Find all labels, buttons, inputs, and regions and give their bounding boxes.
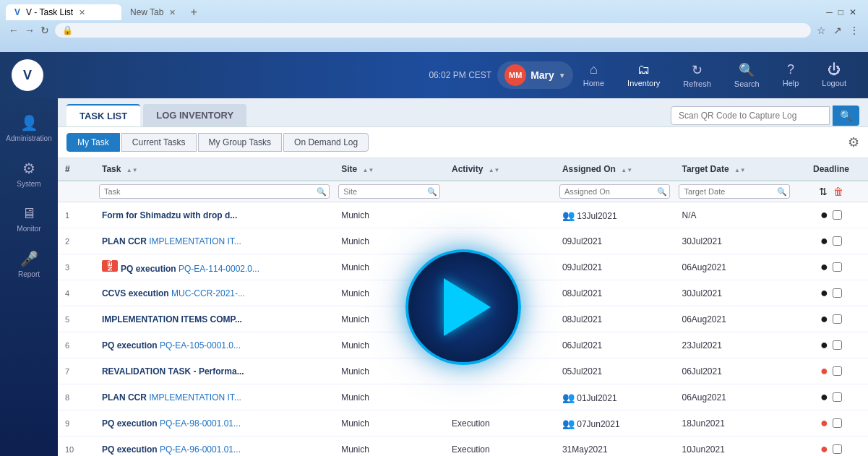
task-link[interactable]: IMPLEMENTATION ITEMS COMP... xyxy=(102,314,242,324)
cell-deadline: ● xyxy=(794,384,868,410)
logout-nav-item[interactable]: ⏻ Logout xyxy=(812,58,856,93)
filter-task-input[interactable] xyxy=(99,184,330,199)
sidebar-report-label: Report xyxy=(18,270,40,278)
task-link[interactable]: CCVS execution MUC-CCR-2021-... xyxy=(102,288,245,298)
row-checkbox[interactable] xyxy=(833,418,842,428)
cell-task[interactable]: PQ execution PQ-EA-105-0001.0... xyxy=(95,332,334,358)
row-checkbox[interactable] xyxy=(833,340,842,350)
refresh-button[interactable]: ↻ xyxy=(40,25,49,36)
cell-task[interactable]: CCVS execution MUC-CCR-2021-... xyxy=(95,280,334,306)
user-menu[interactable]: MM Mary ▼ xyxy=(497,61,573,89)
row-checkbox[interactable] xyxy=(833,392,842,402)
cell-deadline: ● xyxy=(794,436,868,456)
cell-task[interactable]: REVALIDATION TASK - Performa... xyxy=(95,358,334,384)
task-list-tab[interactable]: TASK LIST xyxy=(66,104,140,126)
filter-delete-icon[interactable]: 🗑 xyxy=(833,186,843,197)
task-link[interactable]: PLAN CCR IMPLEMENTATION IT... xyxy=(102,392,241,403)
row-checkbox[interactable] xyxy=(833,210,842,220)
table-settings-button[interactable]: ⚙ xyxy=(848,134,859,150)
bookmark-icon[interactable]: ☆ xyxy=(817,25,826,36)
cell-deadline: ● xyxy=(794,332,868,358)
cell-task[interactable]: NEWPQ execution PQ-EA-114-0002.0... xyxy=(95,254,334,280)
qr-search-button[interactable]: 🔍 xyxy=(833,106,859,126)
inventory-nav-item[interactable]: 🗂 Inventory xyxy=(617,58,670,93)
menu-icon[interactable]: ⋮ xyxy=(849,25,859,36)
on-demand-log-tab[interactable]: On Demand Log xyxy=(283,133,369,152)
active-browser-tab[interactable]: V V - Task List ✕ xyxy=(6,4,121,20)
filter-assigned-input[interactable] xyxy=(559,184,671,199)
main-content: 👤 Administration ⚙ System 🖥 Monitor 🎤 Re… xyxy=(0,98,868,456)
sidebar-item-system[interactable]: ⚙ System xyxy=(4,152,54,195)
task-link[interactable]: PQ execution PQ-EA-114-0002.0... xyxy=(121,264,259,274)
deadline-dot: ● xyxy=(820,207,828,223)
cell-site: Munich xyxy=(334,358,444,384)
cell-target-date: 10Jun2021 xyxy=(674,436,794,457)
filter-target-search-icon: 🔍 xyxy=(777,187,787,197)
cell-task[interactable]: PQ execution PQ-EA-98-0001.01... xyxy=(95,410,334,436)
task-rest-part: PQ-EA-105-0001.0... xyxy=(158,340,241,350)
inactive-browser-tab[interactable]: New Tab ✕ xyxy=(121,4,184,20)
cell-target-date: 30Jul2021 xyxy=(674,280,794,306)
cell-assigned-on: 👥 01Jul2021 xyxy=(555,384,675,410)
tab-close-button[interactable]: ✕ xyxy=(79,8,85,17)
cell-task[interactable]: PLAN CCR IMPLEMENTATION IT... xyxy=(95,228,334,254)
task-link[interactable]: PQ execution PQ-EA-98-0001.01... xyxy=(102,418,241,429)
row-checkbox[interactable] xyxy=(833,288,842,298)
row-checkbox[interactable] xyxy=(833,444,842,454)
back-button[interactable]: ← xyxy=(9,25,19,36)
col-deadline[interactable]: Deadline xyxy=(794,158,868,181)
col-assigned-on[interactable]: Assigned On ▲▼ xyxy=(555,158,675,181)
col-site[interactable]: Site ▲▼ xyxy=(334,158,444,181)
task-link[interactable]: PQ execution PQ-EA-96-0001.01... xyxy=(102,444,241,455)
refresh-nav-item[interactable]: ↻ Refresh xyxy=(673,58,721,93)
cell-activity xyxy=(444,202,555,228)
search-nav-item[interactable]: 🔍 Search xyxy=(724,58,770,93)
task-link[interactable]: PQ execution PQ-EA-105-0001.0... xyxy=(102,340,241,350)
task-link[interactable]: Form for Shimadzu with drop d... xyxy=(102,210,237,220)
share-icon[interactable]: ↗ xyxy=(833,25,842,36)
close-window-button[interactable]: ✕ xyxy=(849,7,856,17)
col-task[interactable]: Task ▲▼ xyxy=(95,158,334,181)
cell-row-num: 8 xyxy=(58,384,95,410)
task-link[interactable]: REVALIDATION TASK - Performa... xyxy=(102,366,244,377)
row-checkbox[interactable] xyxy=(833,366,842,376)
home-nav-item[interactable]: ⌂ Home xyxy=(573,58,614,93)
filter-site-input[interactable] xyxy=(338,184,440,199)
group-icon: 👥 xyxy=(562,210,575,221)
qr-scan-input[interactable] xyxy=(671,106,830,125)
new-tab-button[interactable]: + xyxy=(184,4,202,20)
task-link[interactable]: PLAN CCR IMPLEMENTATION IT... xyxy=(102,236,241,246)
filter-sort-asc[interactable]: ⇅ xyxy=(819,186,828,197)
my-task-tab[interactable]: My Task xyxy=(66,133,120,152)
sidebar-item-monitor[interactable]: 🖥 Monitor xyxy=(4,198,54,240)
my-group-tasks-tab[interactable]: My Group Tasks xyxy=(198,133,282,152)
row-checkbox[interactable] xyxy=(833,314,842,324)
tab-close-button-2[interactable]: ✕ xyxy=(169,8,176,17)
help-nav-item[interactable]: ? Help xyxy=(773,58,809,93)
activity-sort-icon: ▲▼ xyxy=(489,168,500,173)
maximize-button[interactable]: □ xyxy=(838,7,843,17)
active-tab-label: V - Task List xyxy=(26,7,73,17)
sidebar-item-report[interactable]: 🎤 Report xyxy=(4,243,54,285)
col-num: # xyxy=(58,158,95,181)
task-bold-part: PLAN CCR xyxy=(102,236,147,246)
cell-task[interactable]: Form for Shimadzu with drop d... xyxy=(95,202,334,228)
cell-task[interactable]: PLAN CCR IMPLEMENTATION IT... xyxy=(95,384,334,410)
row-checkbox[interactable] xyxy=(833,236,842,246)
sidebar-item-administration[interactable]: 👤 Administration xyxy=(4,107,54,150)
cell-task[interactable]: PQ execution PQ-EA-96-0001.01... xyxy=(95,436,334,457)
cell-deadline: ● xyxy=(794,254,868,280)
cell-assigned-on: 👥 13Jul2021 xyxy=(555,202,675,228)
row-checkbox[interactable] xyxy=(833,262,842,272)
home-icon: ⌂ xyxy=(590,62,598,77)
filter-target-input[interactable] xyxy=(679,184,790,199)
log-inventory-tab[interactable]: LOG INVENTORY xyxy=(143,104,246,126)
sidebar-administration-label: Administration xyxy=(6,134,51,142)
forward-button[interactable]: → xyxy=(25,25,35,36)
minimize-button[interactable]: ─ xyxy=(826,7,833,17)
play-button-overlay[interactable] xyxy=(405,249,521,365)
col-target-date[interactable]: Target Date ▲▼ xyxy=(674,158,794,181)
cell-task[interactable]: IMPLEMENTATION ITEMS COMP... xyxy=(95,306,334,332)
col-activity[interactable]: Activity ▲▼ xyxy=(444,158,555,181)
current-tasks-tab[interactable]: Current Tasks xyxy=(121,133,197,152)
